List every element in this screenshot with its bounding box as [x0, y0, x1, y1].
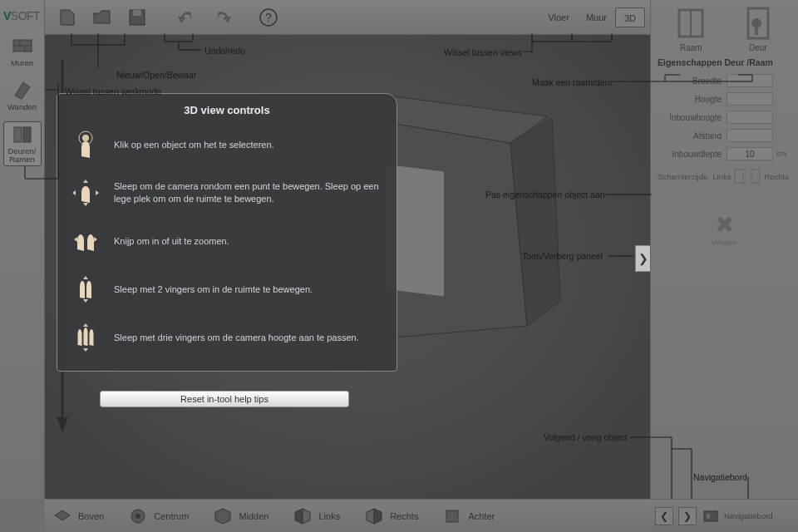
delete-button[interactable]: ✖ Wissen — [658, 214, 791, 247]
camview-midden[interactable]: Midden — [212, 507, 268, 525]
props-header: Eigenschappen Deur /Raam — [658, 57, 791, 67]
element-label: Raam — [667, 43, 714, 52]
tool-deuren-ramen[interactable]: Deuren/ Ramen — [3, 121, 42, 166]
new-button[interactable] — [53, 3, 81, 32]
hinge-left-label: Links — [712, 172, 731, 181]
cube-right-icon — [363, 507, 385, 525]
hinge-right-label: Rechts — [764, 172, 789, 181]
prop-label-hoogte: Hoogte — [695, 95, 722, 104]
cube-center-icon — [127, 507, 149, 525]
help-title: 3D view controls — [69, 104, 385, 116]
delete-label: Wissen — [658, 239, 791, 247]
hinge-right-icon[interactable] — [751, 169, 761, 184]
top-toolbar: ? Vloer Muur 3D — [45, 0, 650, 35]
panel-collapse-handle[interactable]: ❯ — [635, 245, 650, 272]
svg-text:?: ? — [265, 11, 272, 24]
camview-label: Achter — [468, 511, 495, 521]
add-raam-button[interactable]: Raam — [667, 5, 714, 52]
svg-marker-7 — [61, 10, 74, 25]
tool-muren[interactable]: Muren — [3, 33, 42, 69]
svg-rect-33 — [751, 170, 760, 183]
view-tab-3d[interactable]: 3D — [615, 7, 645, 27]
undo-button[interactable] — [173, 3, 201, 32]
help-button[interactable]: ? — [254, 3, 283, 32]
tool-label: Wanden — [5, 102, 40, 111]
navigation-bar: ❮ ❯ Navigatiebord — [650, 499, 798, 532]
camview-label: Boven — [78, 511, 104, 521]
tool-wanden[interactable]: Wanden — [3, 77, 42, 113]
help-text: Knijp om in of uit te zoomen. — [114, 235, 229, 248]
svg-marker-23 — [303, 509, 310, 524]
svg-marker-25 — [374, 509, 382, 524]
camview-links[interactable]: Links — [292, 507, 340, 525]
add-deur-button[interactable]: Deur — [735, 5, 781, 52]
door-window-icon — [10, 124, 35, 145]
hinge-label: Scharnierzijde — [658, 172, 707, 181]
view-tab-muur[interactable]: Muur — [578, 7, 615, 27]
prop-input-afstand[interactable] — [727, 129, 773, 142]
nav-prev-button[interactable]: ❮ — [655, 507, 673, 525]
camview-label: Links — [318, 511, 340, 521]
prop-label-breedte: Breedte — [692, 76, 722, 86]
help-text: Sleep met drie vingers om de camera hoog… — [114, 332, 359, 344]
svg-rect-6 — [23, 127, 31, 142]
prop-input-inbouwdiepte[interactable] — [727, 147, 773, 160]
cube-top-icon — [52, 507, 73, 525]
help-text: Sleep om de camera rondom een punt te be… — [114, 180, 385, 205]
camview-boven[interactable]: Boven — [52, 507, 104, 525]
redo-button[interactable] — [208, 3, 236, 32]
svg-rect-34 — [704, 511, 717, 521]
close-icon: ✖ — [658, 214, 791, 237]
prop-label-inbouwdiepte: Inbouwdiepte — [672, 150, 722, 159]
help-text: Sleep met 2 vingers om in de ruimte te b… — [114, 283, 313, 296]
gesture-tap-icon — [69, 128, 102, 161]
prop-label-afstand: Afstand — [693, 131, 722, 140]
view-tab-vloer[interactable]: Vloer — [539, 7, 578, 27]
gesture-drag-icon — [69, 176, 102, 209]
nav-next-button[interactable]: ❯ — [678, 507, 697, 525]
svg-rect-31 — [755, 18, 758, 35]
svg-rect-5 — [14, 127, 22, 142]
svg-marker-26 — [446, 510, 458, 522]
door-icon — [740, 5, 776, 42]
element-label: Deur — [735, 43, 781, 52]
app-logo: VSOFT — [3, 5, 41, 27]
camera-views-bar: Boven Centrum Midden Links Rechts Achter — [45, 499, 650, 532]
prop-input-hoogte[interactable] — [727, 92, 773, 106]
camview-label: Centrum — [154, 511, 189, 521]
camview-rechts[interactable]: Rechts — [363, 507, 418, 525]
app-root: VSOFT Muren Wanden Deuren/ Ramen — [0, 0, 798, 532]
svg-rect-35 — [707, 514, 710, 519]
svg-point-20 — [135, 514, 140, 519]
help-text: Klik op een object om het te selecteren. — [114, 139, 274, 151]
tool-label: Deuren/ Ramen — [6, 147, 39, 164]
cube-left-icon — [292, 507, 313, 525]
cube-back-icon — [441, 507, 463, 525]
svg-rect-9 — [133, 10, 141, 16]
camview-label: Rechts — [390, 511, 418, 521]
gesture-three-finger-icon — [69, 321, 102, 354]
nav-label: Navigatiebord — [724, 511, 773, 520]
open-button[interactable] — [88, 3, 116, 32]
partition-icon — [10, 79, 35, 101]
wall-icon — [10, 35, 35, 57]
tool-label: Muren — [5, 58, 40, 67]
properties-panel: Raam Deur Eigenschappen Deur /Raam Breed… — [650, 0, 798, 532]
hinge-left-icon[interactable] — [734, 169, 744, 184]
camview-centrum[interactable]: Centrum — [127, 507, 189, 525]
prop-input-breedte[interactable] — [727, 74, 773, 87]
svg-marker-22 — [295, 509, 303, 524]
svg-rect-32 — [735, 170, 743, 183]
window-icon — [672, 5, 709, 42]
help-overlay: 3D view controls Klik op een object om h… — [57, 93, 397, 372]
prop-input-inbouwhoogte[interactable] — [727, 111, 773, 124]
save-button[interactable] — [123, 3, 151, 32]
cube-mid-icon — [212, 507, 234, 525]
svg-marker-24 — [367, 509, 374, 524]
camview-achter[interactable]: Achter — [441, 507, 495, 525]
navboard-icon[interactable] — [702, 507, 720, 525]
gesture-pinch-icon — [69, 224, 102, 258]
svg-marker-4 — [15, 82, 30, 99]
svg-marker-18 — [55, 510, 70, 520]
reset-help-button[interactable]: Reset in-tool help tips — [100, 391, 349, 407]
